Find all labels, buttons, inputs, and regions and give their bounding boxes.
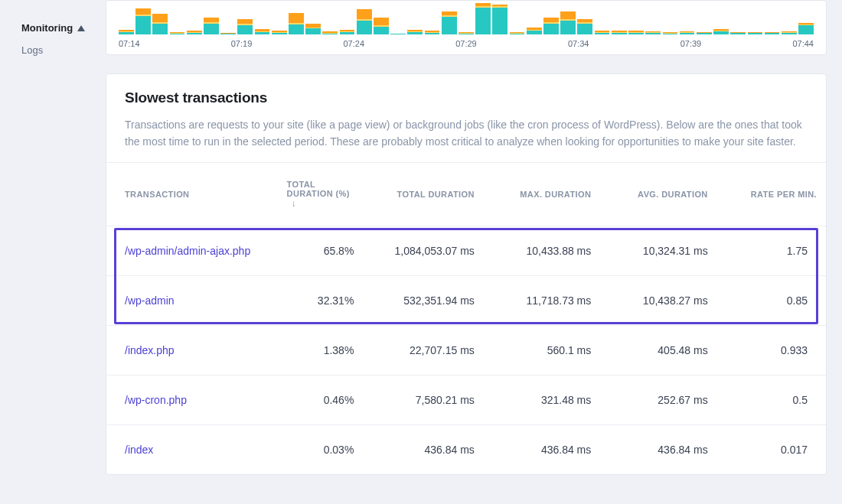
chart-bar[interactable] (782, 1, 797, 34)
cell-transaction: /index.php (106, 326, 278, 376)
chart-bar[interactable] (510, 1, 525, 34)
chart-bar[interactable] (322, 1, 338, 34)
x-tick: 07:39 (680, 39, 702, 48)
chart-bar[interactable] (425, 1, 440, 34)
cell-total: 1,084,053.07 ms (363, 226, 484, 276)
cell-pct: 0.46% (278, 376, 364, 425)
col-transaction[interactable]: TRANSACTION (106, 163, 278, 226)
chart-bar[interactable] (697, 1, 712, 34)
x-tick: 07:44 (792, 39, 814, 48)
cell-rate: 0.017 (717, 425, 826, 475)
cell-pct: 65.8% (278, 226, 364, 276)
chart-bar[interactable] (255, 1, 270, 34)
transaction-link[interactable]: /wp-admin/admin-ajax.php (125, 245, 250, 257)
transaction-link[interactable]: /wp-cron.php (125, 394, 187, 406)
table-row: /wp-admin32.31%532,351.94 ms11,718.73 ms… (106, 276, 826, 326)
chart-bar[interactable] (204, 1, 219, 34)
cell-total: 436.84 ms (363, 425, 484, 475)
cell-pct: 32.31% (278, 276, 364, 326)
col-rate[interactable]: RATE PER MIN. (717, 163, 826, 226)
chart-bar[interactable] (645, 1, 661, 34)
chart-bar[interactable] (289, 1, 304, 34)
chart-bar[interactable] (527, 1, 542, 34)
chart-bar[interactable] (713, 1, 729, 34)
transaction-link[interactable]: /wp-admin (125, 294, 175, 307)
chart-card: 07:1407:1907:2407:2907:3407:3907:44 (106, 0, 827, 55)
chart-bar[interactable] (459, 1, 474, 34)
chart-bar[interactable] (543, 1, 559, 34)
transaction-link[interactable]: /index (125, 444, 153, 456)
chart-bar[interactable] (187, 1, 202, 34)
chart-bar[interactable] (272, 1, 287, 34)
chart-bar[interactable] (374, 1, 389, 34)
sidebar-item-monitoring[interactable]: Monitoring (0, 17, 106, 39)
cell-max: 436.84 ms (484, 425, 600, 475)
cell-max: 11,718.73 ms (484, 276, 600, 326)
table-row: /index.php1.38%22,707.15 ms560.1 ms405.4… (106, 326, 826, 376)
cell-avg: 10,438.27 ms (600, 276, 716, 326)
table-row: /wp-admin/admin-ajax.php65.8%1,084,053.0… (106, 226, 826, 276)
chart-bar[interactable] (595, 1, 610, 34)
col-total-duration[interactable]: TOTAL DURATION (363, 163, 484, 226)
chart-bar[interactable] (475, 1, 491, 34)
x-tick: 07:19 (231, 39, 253, 48)
cell-max: 10,433.88 ms (484, 226, 600, 276)
card-description: Transactions are requests to your site (… (125, 117, 808, 150)
chart-bar[interactable] (305, 1, 321, 34)
chart-bar[interactable] (340, 1, 355, 34)
slowest-transactions-card: Slowest transactions Transactions are re… (106, 73, 827, 475)
chart-bar[interactable] (152, 1, 168, 34)
main-content: 07:1407:1907:2407:2907:3407:3907:44 Slow… (106, 0, 842, 504)
table-row: /index0.03%436.84 ms436.84 ms436.84 ms0.… (106, 425, 826, 475)
chart-bar[interactable] (170, 1, 185, 34)
cell-max: 321.48 ms (484, 376, 600, 425)
sort-down-icon: ↓ (292, 198, 296, 209)
transaction-link[interactable]: /index.php (125, 344, 175, 356)
x-tick: 07:14 (119, 39, 140, 48)
cell-rate: 0.5 (717, 376, 826, 425)
cell-max: 560.1 ms (484, 326, 600, 376)
cell-transaction: /wp-admin/admin-ajax.php (106, 226, 278, 276)
cell-transaction: /wp-cron.php (106, 376, 278, 425)
x-tick: 07:34 (568, 39, 589, 48)
cell-transaction: /index (106, 425, 278, 475)
cell-avg: 252.67 ms (600, 376, 716, 425)
chart-bar[interactable] (119, 1, 134, 34)
chart-bar[interactable] (628, 1, 644, 34)
cell-pct: 0.03% (278, 425, 364, 475)
chart-x-axis: 07:1407:1907:2407:2907:3407:3907:44 (117, 34, 815, 48)
col-avg-duration[interactable]: AVG. DURATION (600, 163, 716, 226)
chart-bar[interactable] (492, 1, 507, 34)
chart-bar[interactable] (237, 1, 253, 34)
chart-bar[interactable] (357, 1, 372, 34)
cell-total: 22,707.15 ms (363, 326, 484, 376)
card-title: Slowest transactions (125, 89, 808, 106)
chart-bar[interactable] (612, 1, 627, 34)
sidebar-item-label: Logs (21, 44, 43, 56)
cell-pct: 1.38% (278, 326, 364, 376)
sidebar-item-label: Monitoring (21, 22, 73, 34)
chart-bar[interactable] (442, 1, 457, 34)
alert-icon (77, 25, 85, 31)
chart-bar[interactable] (748, 1, 763, 34)
cell-avg: 10,324.31 ms (600, 226, 716, 276)
cell-avg: 436.84 ms (600, 425, 716, 475)
chart-bar[interactable] (220, 1, 236, 34)
chart-bar[interactable] (407, 1, 423, 34)
chart-bar[interactable] (135, 1, 151, 34)
col-max-duration[interactable]: MAX. DURATION (484, 163, 600, 226)
chart-bar[interactable] (577, 1, 592, 34)
cell-avg: 405.48 ms (600, 326, 716, 376)
chart-bar[interactable] (730, 1, 746, 34)
chart-bar[interactable] (390, 1, 406, 34)
table-row: /wp-cron.php0.46%7,580.21 ms321.48 ms252… (106, 376, 826, 425)
chart-bar[interactable] (560, 1, 576, 34)
col-label: TOTAL DURATION (%) (287, 180, 350, 198)
sidebar-item-logs[interactable]: Logs (0, 39, 106, 61)
cell-total: 7,580.21 ms (363, 376, 484, 425)
chart-bar[interactable] (798, 1, 814, 34)
col-total-duration-pct[interactable]: TOTAL DURATION (%) ↓ (278, 163, 364, 226)
chart-bar[interactable] (663, 1, 678, 34)
chart-bar[interactable] (680, 1, 695, 34)
chart-bar[interactable] (765, 1, 780, 34)
